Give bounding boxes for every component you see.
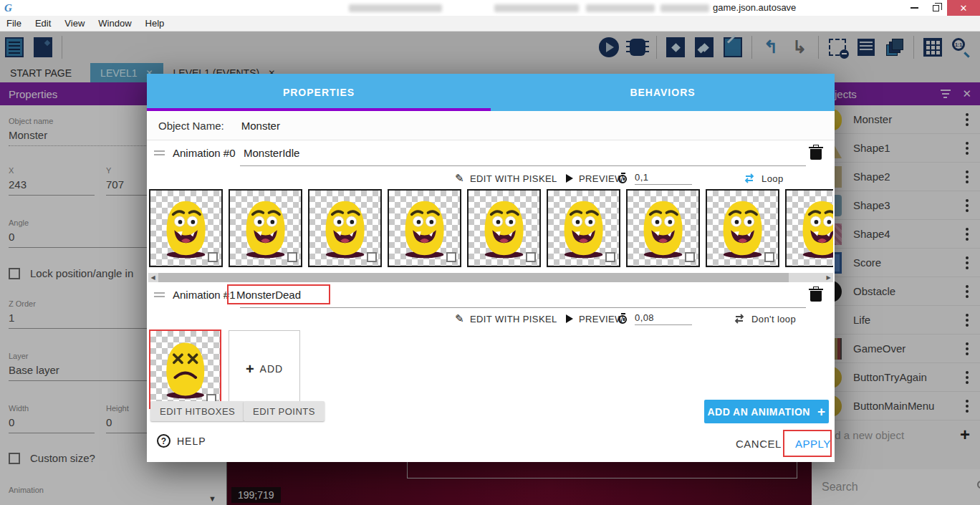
plus-icon: + bbox=[817, 404, 826, 420]
loop-toggle[interactable]: Loop bbox=[743, 168, 784, 189]
scrollbar-thumb[interactable] bbox=[158, 273, 789, 282]
edit-hitboxes-button[interactable]: EDIT HITBOXES bbox=[150, 401, 244, 421]
frame-expand-icon bbox=[685, 252, 695, 262]
delete-animation-icon[interactable] bbox=[810, 145, 822, 160]
dialog-footer: ? HELP CANCEL APPLY bbox=[147, 423, 835, 462]
menu-item[interactable]: Help bbox=[145, 18, 165, 29]
drag-handle-icon[interactable] bbox=[154, 150, 165, 152]
scroll-left-icon[interactable]: ◀ bbox=[148, 274, 158, 281]
loop-icon bbox=[743, 173, 756, 183]
preview-button[interactable]: PREVIEW bbox=[566, 168, 624, 189]
animation1-frames: + ADD bbox=[149, 330, 300, 410]
help-icon: ? bbox=[157, 434, 170, 448]
monster-idle-sprite bbox=[634, 193, 692, 264]
play-icon bbox=[566, 174, 573, 183]
animation1-controls: ✎ EDIT WITH PISKEL PREVIEW 0,08 Don't lo… bbox=[147, 308, 835, 330]
monster-idle-sprite bbox=[554, 193, 612, 264]
menu-item[interactable]: Edit bbox=[35, 18, 51, 29]
add-animation-button[interactable]: ADD AN ANIMATION + bbox=[704, 400, 829, 423]
tab-behaviors[interactable]: BEHAVIORS bbox=[491, 74, 835, 111]
animation-frame-thumbnail[interactable] bbox=[308, 189, 382, 267]
animation0-controls: ✎ EDIT WITH PISKEL PREVIEW 0,1 Loop bbox=[147, 168, 835, 189]
animation1-header: Animation #1 MonsterDead bbox=[147, 282, 835, 309]
annotation-red-box bbox=[783, 430, 832, 457]
drag-handle-icon[interactable] bbox=[154, 292, 165, 294]
minimize-button[interactable] bbox=[904, 0, 924, 16]
frame-expand-icon bbox=[526, 252, 536, 262]
stopwatch-icon bbox=[618, 173, 629, 184]
plus-icon: + bbox=[246, 361, 254, 377]
menu-bar: File Edit View Window Help bbox=[0, 16, 980, 32]
frames-scrollbar[interactable]: ◀ ▶ bbox=[148, 273, 833, 282]
animation0-frames bbox=[149, 189, 833, 270]
cancel-button[interactable]: CANCEL bbox=[736, 438, 782, 450]
monster-dead-sprite bbox=[157, 333, 214, 406]
object-name-label: Object Name: bbox=[158, 120, 224, 132]
blurred-title-text bbox=[586, 4, 655, 12]
time-between-frames: 0,1 bbox=[618, 168, 692, 189]
title-bar: G game.json.autosave ✕ bbox=[0, 0, 980, 16]
annotation-red-box bbox=[227, 284, 330, 304]
object-name-row: Object Name: Monster bbox=[147, 111, 835, 140]
blurred-title-text bbox=[349, 4, 442, 12]
frame-expand-icon bbox=[208, 252, 218, 262]
animation-frame-thumbnail[interactable] bbox=[229, 189, 302, 267]
play-icon bbox=[566, 314, 573, 323]
preview-button[interactable]: PREVIEW bbox=[566, 308, 624, 330]
monster-idle-sprite bbox=[475, 193, 533, 264]
pencil-icon: ✎ bbox=[455, 312, 464, 325]
time-input[interactable]: 0,08 bbox=[635, 312, 692, 325]
object-editor-dialog: PROPERTIES BEHAVIORS Object Name: Monste… bbox=[147, 74, 835, 462]
tab-properties[interactable]: PROPERTIES bbox=[147, 74, 491, 111]
animation-frame-thumbnail[interactable] bbox=[388, 189, 461, 267]
frame-expand-icon bbox=[764, 252, 774, 262]
delete-animation-icon[interactable] bbox=[810, 287, 822, 302]
blurred-title-text bbox=[660, 4, 709, 12]
monster-idle-sprite bbox=[395, 193, 453, 264]
close-button[interactable]: ✕ bbox=[947, 0, 980, 16]
animation0-name-underline bbox=[240, 165, 806, 166]
animation0-header: Animation #0 MonsterIdle bbox=[147, 140, 835, 168]
loop-toggle[interactable]: Don't loop bbox=[733, 308, 796, 330]
pencil-icon: ✎ bbox=[455, 172, 464, 185]
monster-idle-sprite bbox=[157, 193, 215, 264]
monster-idle-sprite bbox=[793, 193, 833, 264]
gdevelop-logo-icon: G bbox=[4, 2, 12, 14]
menu-item[interactable]: File bbox=[6, 18, 21, 29]
gdevelop-window: G game.json.autosave ✕ File Edit View Wi… bbox=[0, 0, 980, 505]
monster-idle-sprite bbox=[236, 193, 294, 264]
object-name-input[interactable]: Monster bbox=[241, 120, 280, 132]
dialog-tab-bar: PROPERTIES BEHAVIORS bbox=[147, 74, 835, 111]
animation0-index-label: Animation #0 bbox=[173, 147, 236, 159]
time-between-frames: 0,08 bbox=[618, 308, 692, 330]
menu-item[interactable]: View bbox=[64, 18, 85, 29]
time-input[interactable]: 0,1 bbox=[635, 172, 692, 185]
frame-expand-icon bbox=[367, 252, 377, 262]
monster-idle-sprite bbox=[714, 193, 772, 264]
monster-idle-sprite bbox=[316, 193, 374, 264]
edit-points-button[interactable]: EDIT POINTS bbox=[244, 401, 325, 421]
window-title: game.json.autosave bbox=[713, 2, 796, 13]
animation-frame-thumbnail[interactable] bbox=[547, 189, 620, 267]
scroll-right-icon[interactable]: ▶ bbox=[824, 274, 833, 281]
loop-icon bbox=[733, 314, 746, 324]
menu-item[interactable]: Window bbox=[98, 18, 131, 29]
add-frame-button[interactable]: + ADD bbox=[229, 330, 300, 408]
animation-frame-thumbnail[interactable] bbox=[467, 189, 541, 267]
frame-expand-icon bbox=[287, 252, 297, 262]
help-button[interactable]: ? HELP bbox=[157, 434, 206, 448]
restore-button[interactable] bbox=[926, 0, 946, 16]
animation-frame-thumbnail-selected[interactable] bbox=[149, 330, 221, 409]
blurred-title-text bbox=[494, 4, 579, 12]
animation1-index-label: Animation #1 bbox=[173, 289, 236, 301]
animation-frame-thumbnail[interactable] bbox=[706, 189, 779, 267]
edit-with-piskel-button[interactable]: ✎ EDIT WITH PISKEL bbox=[455, 308, 557, 330]
frame-expand-icon bbox=[605, 252, 615, 262]
frame-expand-icon bbox=[446, 252, 456, 262]
animation-frame-thumbnail[interactable] bbox=[149, 189, 223, 267]
stopwatch-icon bbox=[618, 313, 629, 324]
edit-with-piskel-button[interactable]: ✎ EDIT WITH PISKEL bbox=[455, 168, 557, 189]
animation-frame-thumbnail[interactable] bbox=[785, 189, 833, 267]
animation-frame-thumbnail[interactable] bbox=[626, 189, 700, 267]
animation0-name-input[interactable]: MonsterIdle bbox=[244, 147, 299, 159]
